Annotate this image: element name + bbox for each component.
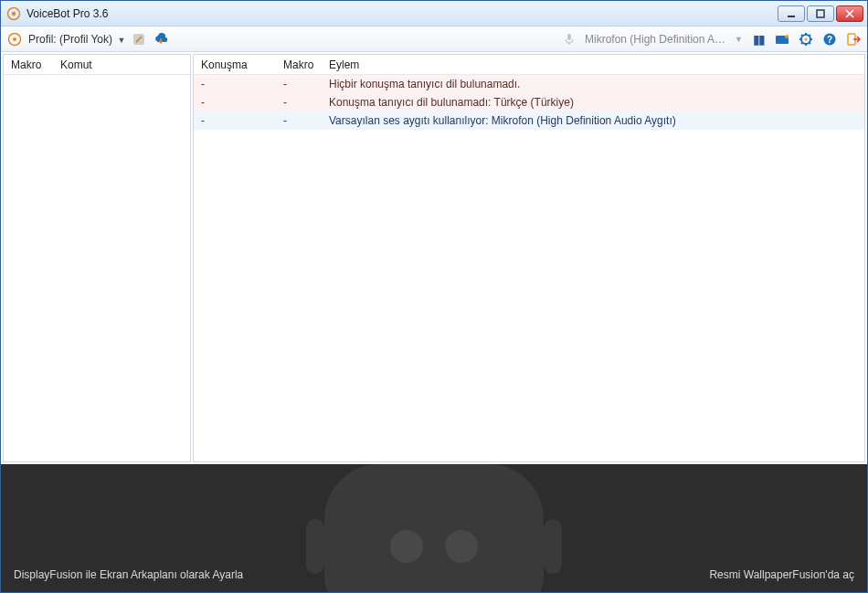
profile-icon xyxy=(6,31,23,48)
edit-profile-button[interactable] xyxy=(131,31,147,48)
footer-right-link[interactable]: Resmi WallpaperFusion'da aç xyxy=(709,568,854,581)
svg-point-9 xyxy=(785,35,789,38)
log-header-action[interactable]: Eylem xyxy=(322,58,864,71)
close-button[interactable] xyxy=(836,5,863,22)
svg-point-16 xyxy=(390,530,423,563)
log-panel: Konuşma Makro Eylem --Hiçbir konuşma tan… xyxy=(193,54,865,462)
log-cell: - xyxy=(194,78,276,90)
minimize-button[interactable] xyxy=(778,5,805,22)
svg-rect-7 xyxy=(567,34,571,40)
svg-point-11 xyxy=(805,37,808,40)
log-cell: Varsayılan ses aygıtı kullanılıyor: Mikr… xyxy=(322,114,864,127)
pause-button[interactable]: ▮▮ xyxy=(750,31,767,48)
log-header-macro[interactable]: Makro xyxy=(276,58,322,71)
log-row[interactable]: --Konuşma tanıyıcı dil bulunamadı: Türkç… xyxy=(194,93,864,111)
svg-rect-18 xyxy=(306,519,324,574)
log-cell: - xyxy=(194,114,276,127)
settings-button[interactable] xyxy=(798,31,814,48)
log-cell: - xyxy=(276,96,322,109)
log-cell: - xyxy=(276,78,322,90)
log-body[interactable]: --Hiçbir konuşma tanıyıcı dil bulunamadı… xyxy=(194,75,864,461)
robot-silhouette-icon xyxy=(270,464,598,592)
chevron-down-icon[interactable]: ▼ xyxy=(735,35,743,44)
svg-text:?: ? xyxy=(827,35,832,45)
exit-button[interactable] xyxy=(845,31,862,48)
inbox-button[interactable] xyxy=(774,31,790,48)
mic-device-dropdown[interactable]: Mikrofon (High Definition A… xyxy=(585,33,725,46)
profile-dropdown[interactable]: Profil: (Profil Yok) ▼ xyxy=(28,33,125,46)
svg-rect-15 xyxy=(324,464,544,592)
log-row[interactable]: --Varsayılan ses aygıtı kullanılıyor: Mi… xyxy=(194,111,864,130)
svg-point-1 xyxy=(12,11,16,15)
footer-banner: DisplayFusion ile Ekran Arkaplanı olarak… xyxy=(1,464,867,592)
mic-device-label: Mikrofon (High Definition A… xyxy=(585,33,725,46)
footer-left-link[interactable]: DisplayFusion ile Ekran Arkaplanı olarak… xyxy=(14,568,243,581)
svg-rect-19 xyxy=(544,519,562,574)
window-controls xyxy=(778,5,863,22)
mic-icon xyxy=(561,31,577,48)
log-cell: Konuşma tanıyıcı dil bulunamadı: Türkçe … xyxy=(322,96,864,109)
svg-point-5 xyxy=(13,37,16,41)
chevron-down-icon: ▼ xyxy=(117,36,125,45)
cloud-download-button[interactable] xyxy=(153,31,169,48)
profile-label-text: Profil: (Profil Yok) xyxy=(28,33,112,46)
help-button[interactable]: ? xyxy=(821,31,838,48)
command-header[interactable]: Komut xyxy=(53,58,190,71)
svg-rect-3 xyxy=(817,10,824,17)
log-cell: - xyxy=(194,96,276,109)
log-cell: Hiçbir konuşma tanıyıcı dil bulunamadı. xyxy=(322,78,864,90)
toolbar: Profil: (Profil Yok) ▼ Mikrofon (High De… xyxy=(1,26,867,52)
log-cell: - xyxy=(276,114,322,127)
log-header-speech[interactable]: Konuşma xyxy=(194,58,276,71)
maximize-button[interactable] xyxy=(807,5,834,22)
svg-point-17 xyxy=(445,530,478,563)
log-row[interactable]: --Hiçbir konuşma tanıyıcı dil bulunamadı… xyxy=(194,75,864,93)
macro-header[interactable]: Makro xyxy=(4,58,53,71)
macro-list-panel: Makro Komut xyxy=(3,54,191,462)
macro-list-headers: Makro Komut xyxy=(4,55,190,75)
macro-list-body[interactable] xyxy=(4,75,190,461)
svg-rect-2 xyxy=(788,16,795,17)
log-headers: Konuşma Makro Eylem xyxy=(194,55,864,75)
titlebar: VoiceBot Pro 3.6 xyxy=(1,1,867,26)
main-area: Makro Komut Konuşma Makro Eylem --Hiçbir… xyxy=(1,52,867,464)
app-icon xyxy=(6,6,21,21)
window-title: VoiceBot Pro 3.6 xyxy=(26,7,778,20)
